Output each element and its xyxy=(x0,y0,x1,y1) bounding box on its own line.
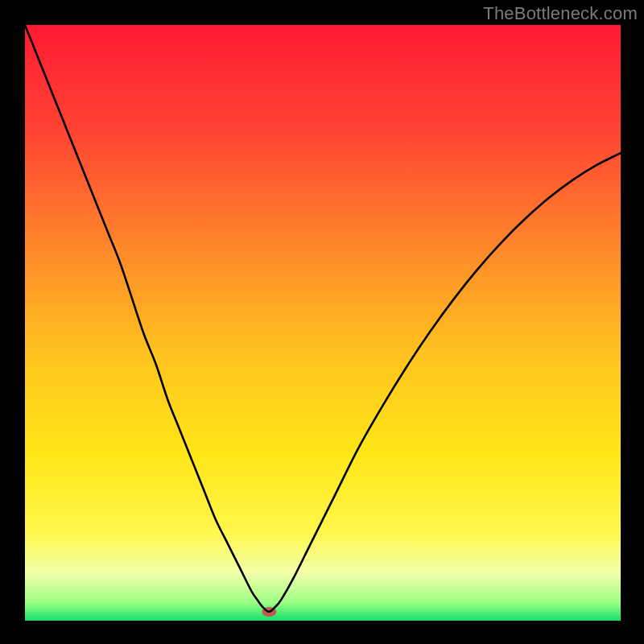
chart-svg xyxy=(25,25,621,621)
watermark-text: TheBottleneck.com xyxy=(483,3,638,24)
plot-area xyxy=(24,24,621,621)
chart-frame: TheBottleneck.com xyxy=(0,0,644,644)
gradient-background xyxy=(25,25,621,621)
